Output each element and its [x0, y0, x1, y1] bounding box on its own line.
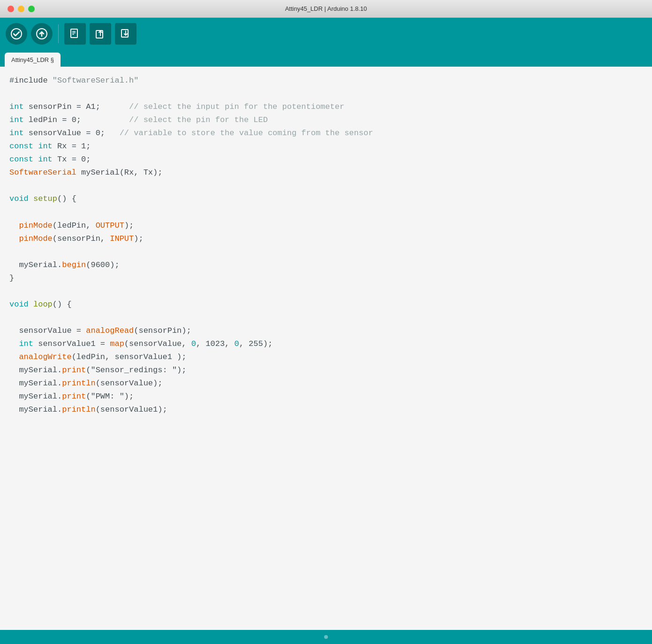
- code-line-1: #include "SoftwareSerial.h": [9, 74, 643, 87]
- verify-button[interactable]: [6, 23, 27, 45]
- code-line-20: sensorValue = analogRead(sensorPin);: [9, 324, 643, 337]
- code-line-13: pinMode(sensorPin, INPUT);: [9, 232, 643, 245]
- code-line-12: pinMode(ledPin, OUTPUT);: [9, 219, 643, 232]
- code-line-10: void setup() {: [9, 192, 643, 206]
- close-button[interactable]: [8, 6, 14, 12]
- code-line-25: mySerial.print("PWM: ");: [9, 390, 643, 403]
- code-line-26: mySerial.println(sensorValue1);: [9, 403, 643, 416]
- maximize-button[interactable]: [28, 6, 35, 12]
- code-line-18: void loop() {: [9, 298, 643, 311]
- code-line-blank-7: [9, 416, 643, 429]
- code-line-blank-3: [9, 206, 643, 219]
- window-controls[interactable]: [8, 6, 35, 12]
- code-line-blank-6: [9, 311, 643, 324]
- svg-rect-3: [71, 29, 77, 38]
- code-line-22: analogWrite(ledPin, sensorValue1 );: [9, 351, 643, 364]
- code-line-21: int sensorValue1 = map(sensorValue, 0, 1…: [9, 337, 643, 351]
- code-line-blank-1: [9, 87, 643, 100]
- toolbar: [0, 18, 652, 50]
- code-line-24: mySerial.println(sensorValue);: [9, 377, 643, 390]
- code-line-blank-5: [9, 285, 643, 298]
- code-line-16: }: [9, 272, 643, 285]
- tab-bar: Attiny45_LDR §: [0, 50, 652, 67]
- bottom-bar: [0, 630, 652, 644]
- code-line-blank-4: [9, 245, 643, 259]
- svg-rect-9: [121, 30, 128, 37]
- minimize-button[interactable]: [18, 6, 24, 12]
- open-button[interactable]: [90, 23, 111, 45]
- title-bar: Attiny45_LDR | Arduino 1.8.10: [0, 0, 652, 18]
- code-line-6: const int Rx = 1;: [9, 140, 643, 153]
- save-button[interactable]: [115, 23, 136, 45]
- code-line-7: const int Tx = 0;: [9, 153, 643, 166]
- window-title: Attiny45_LDR | Arduino 1.8.10: [285, 5, 367, 12]
- code-line-8: SoftwareSerial mySerial(Rx, Tx);: [9, 166, 643, 179]
- code-line-3: int sensorPin = A1; // select the input …: [9, 100, 643, 114]
- code-line-23: mySerial.print("Sensor_redings: ");: [9, 364, 643, 377]
- scroll-indicator: [324, 635, 328, 639]
- code-line-5: int sensorValue = 0; // variable to stor…: [9, 127, 643, 140]
- tab-attiny45-ldr[interactable]: Attiny45_LDR §: [5, 53, 61, 67]
- code-line-blank-2: [9, 179, 643, 192]
- code-editor[interactable]: #include "SoftwareSerial.h" int sensorPi…: [0, 67, 652, 630]
- upload-button[interactable]: [31, 23, 53, 45]
- svg-point-0: [11, 29, 22, 39]
- toolbar-separator: [58, 24, 59, 43]
- tab-label: Attiny45_LDR §: [11, 56, 54, 63]
- code-line-15: mySerial.begin(9600);: [9, 259, 643, 272]
- code-line-4: int ledPin = 0; // select the pin for th…: [9, 114, 643, 127]
- new-button[interactable]: [64, 23, 86, 45]
